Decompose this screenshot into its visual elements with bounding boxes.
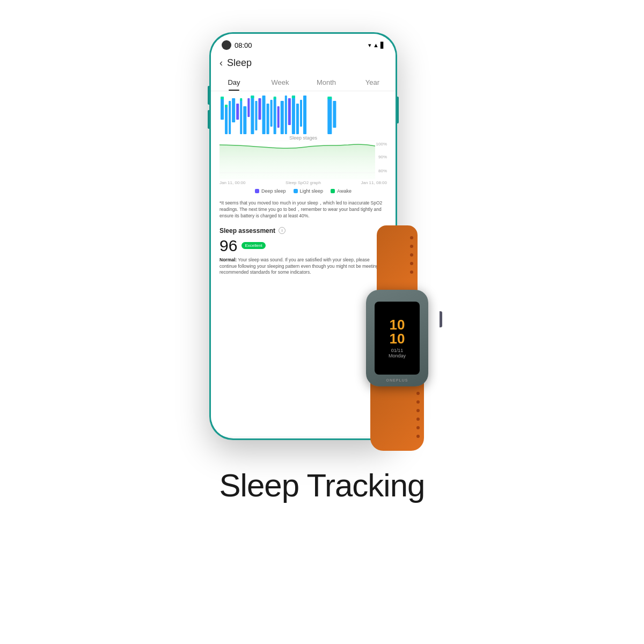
page-title-section: Sleep Tracking <box>219 467 425 504</box>
svg-rect-28 <box>251 96 254 98</box>
band-hole <box>410 262 413 265</box>
svg-rect-5 <box>240 100 242 134</box>
tab-month[interactable]: Month <box>303 75 349 91</box>
svg-rect-11 <box>262 96 266 134</box>
deep-sleep-label: Deep sleep <box>261 188 286 194</box>
svg-rect-31 <box>327 97 332 99</box>
sleep-score: 96 <box>219 237 237 255</box>
vol-up-button <box>208 86 209 105</box>
svg-rect-7 <box>247 98 250 117</box>
svg-rect-27 <box>240 98 242 101</box>
band-screen: 10 10 01/11 Monday <box>375 302 420 375</box>
assessment-info-icon[interactable]: i <box>279 227 286 234</box>
tab-week[interactable]: Week <box>257 75 303 91</box>
svg-rect-29 <box>274 97 276 99</box>
band-holes-bottom <box>416 392 420 438</box>
light-sleep-label: Light sleep <box>300 188 324 194</box>
app-header: ‹ Sleep <box>211 53 396 73</box>
svg-rect-19 <box>292 96 295 134</box>
svg-rect-1 <box>225 106 228 134</box>
svg-rect-26 <box>225 105 228 107</box>
back-button[interactable]: ‹ <box>219 57 223 69</box>
spo2-svg <box>219 141 375 179</box>
band-hole <box>416 435 420 438</box>
sleep-stages-svg <box>219 96 387 134</box>
svg-rect-14 <box>274 98 276 134</box>
band-hole <box>410 245 413 248</box>
svg-rect-9 <box>255 101 257 130</box>
svg-rect-0 <box>221 98 224 120</box>
svg-rect-4 <box>236 104 239 120</box>
status-time: 08:00 <box>222 40 252 50</box>
svg-rect-17 <box>285 96 287 134</box>
page-main-title: Sleep Tracking <box>219 467 425 504</box>
status-icons: ▾ ▲ ▋ <box>368 42 385 49</box>
fitness-band: 10 10 01/11 Monday ONEPLUS <box>354 225 440 451</box>
spo2-90-label: 90% <box>378 155 387 159</box>
legend-deep-sleep: Deep sleep <box>255 188 286 194</box>
power-button <box>397 97 399 123</box>
band-hole <box>410 236 413 239</box>
awake-dot <box>331 189 335 193</box>
app-title: Sleep <box>227 57 252 69</box>
spo2-80-label: 80% <box>378 169 387 173</box>
svg-rect-2 <box>229 101 231 134</box>
band-hole <box>410 253 413 257</box>
band-hole <box>416 400 420 404</box>
svg-rect-13 <box>270 100 273 127</box>
awake-label: Awake <box>337 188 352 194</box>
camera-cutout <box>222 40 231 50</box>
band-date: 01/11 Monday <box>389 348 406 358</box>
deep-sleep-dot <box>255 189 259 193</box>
spo2-time-labels: Jan 11, 00:00 Sleep SpO2 graph Jan 11, 0… <box>219 180 387 185</box>
notice-text: *It seems that you moved too much in you… <box>211 197 396 223</box>
time-display: 08:00 <box>235 41 252 49</box>
band-hole <box>416 409 420 412</box>
status-bar: 08:00 ▾ ▲ ▋ <box>211 34 396 53</box>
band-hole <box>416 426 420 429</box>
sleep-legend: Deep sleep Light sleep Awake <box>211 185 396 197</box>
spo2-start-time: Jan 11, 00:00 <box>219 180 245 185</box>
spo2-chart-container: 100% 90% 80% <box>211 141 396 185</box>
spo2-chart-label: Sleep SpO2 graph <box>286 180 321 185</box>
svg-rect-22 <box>303 96 306 134</box>
devices-container: 08:00 ▾ ▲ ▋ ‹ Sleep Day Week Month <box>209 32 435 451</box>
band-brand-label: ONEPLUS <box>386 378 408 382</box>
svg-rect-24 <box>333 101 336 128</box>
svg-rect-8 <box>251 96 254 134</box>
svg-rect-10 <box>258 98 261 120</box>
band-device-body: 10 10 01/11 Monday ONEPLUS <box>366 290 428 386</box>
svg-rect-23 <box>327 98 332 134</box>
band-strap-top <box>377 225 418 295</box>
svg-rect-25 <box>221 97 224 99</box>
tab-day[interactable]: Day <box>211 75 257 91</box>
band-side-button[interactable] <box>440 311 442 327</box>
svg-rect-12 <box>267 104 269 134</box>
band-holes-top <box>410 236 413 274</box>
svg-rect-30 <box>292 96 295 98</box>
light-sleep-dot <box>294 189 298 193</box>
band-hole <box>410 270 413 274</box>
band-hole <box>416 392 420 395</box>
legend-light-sleep: Light sleep <box>294 188 324 194</box>
svg-rect-16 <box>281 101 284 134</box>
spo2-end-time: Jan 11, 08:00 <box>361 180 387 185</box>
svg-rect-21 <box>300 100 302 127</box>
svg-rect-3 <box>232 98 235 122</box>
svg-rect-15 <box>277 106 280 128</box>
band-strap-bottom <box>370 381 424 451</box>
svg-rect-6 <box>243 106 246 134</box>
assessment-normal-label: Normal: <box>219 257 237 262</box>
tab-year[interactable]: Year <box>349 75 396 91</box>
tab-bar: Day Week Month Year <box>211 73 396 91</box>
legend-awake: Awake <box>331 188 352 194</box>
vol-down-button <box>208 110 209 129</box>
spo2-100-label: 100% <box>376 142 387 147</box>
band-time-line1: 10 10 <box>390 318 405 346</box>
svg-rect-20 <box>296 104 299 134</box>
sleep-stages-label: Sleep stages <box>219 135 387 141</box>
band-hole <box>416 418 420 421</box>
sleep-stages-chart: Sleep stages <box>211 96 396 138</box>
svg-rect-18 <box>288 98 291 125</box>
score-badge: Excellent <box>241 242 265 249</box>
